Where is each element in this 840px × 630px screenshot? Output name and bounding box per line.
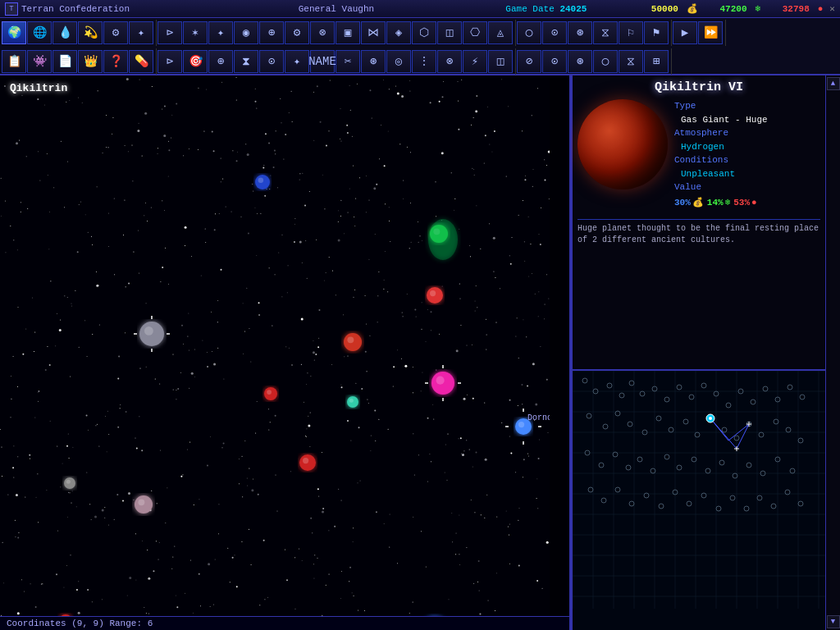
tb-btn-t6[interactable]: ⚑ [644, 21, 669, 44]
tb-btn-r4[interactable]: 👑 [78, 50, 103, 73]
minimap-dot[interactable] [677, 385, 682, 390]
minimap-dot[interactable] [607, 383, 612, 388]
minimap-dot[interactable] [800, 395, 805, 399]
tb-btn-gear[interactable]: ⚙ [103, 21, 128, 44]
tb-btn-v14[interactable]: ◫ [488, 50, 513, 73]
tb-btn-water[interactable]: 💧 [52, 21, 77, 44]
tb-btn-s5[interactable]: ⊕ [259, 21, 284, 44]
minimap-dot[interactable] [656, 416, 661, 421]
minimap-dot[interactable] [599, 463, 604, 468]
minimap-dot[interactable] [683, 419, 688, 424]
tb-btn-w5[interactable]: ⧖ [619, 50, 643, 73]
tb-btn-earth[interactable]: 🌍 [2, 21, 26, 44]
minimap-dot[interactable] [719, 460, 724, 465]
tb-btn-s2[interactable]: ✶ [183, 21, 208, 44]
tb-btn-sword[interactable]: ✦ [129, 21, 153, 44]
tb-btn-u1[interactable]: ▶ [673, 21, 697, 44]
tb-btn-v12[interactable]: ⊗ [437, 50, 462, 73]
minimap-dot[interactable] [716, 506, 721, 511]
tb-btn-w2[interactable]: ⊙ [542, 50, 567, 73]
tb-btn-v1[interactable]: ⊳ [158, 50, 182, 73]
minimap-dot[interactable] [726, 403, 731, 408]
minimap-dot[interactable] [763, 386, 768, 391]
minimap-dot[interactable] [687, 501, 692, 506]
minimap[interactable] [573, 371, 825, 630]
tb-btn-v7[interactable]: NAME [310, 50, 335, 73]
minimap-dot[interactable] [629, 381, 634, 386]
tb-btn-fire[interactable]: 💫 [78, 21, 103, 44]
minimap-dot[interactable] [582, 378, 587, 383]
minimap-dot[interactable] [659, 504, 664, 509]
minimap-dot[interactable] [619, 393, 624, 398]
tb-btn-r1[interactable]: 📋 [2, 50, 26, 73]
minimap-dot[interactable] [744, 506, 749, 511]
starmap[interactable]: Dornot Qikiltrin Coordinates (9, 9) Rang… [0, 75, 571, 630]
tb-btn-w4[interactable]: ◯ [593, 50, 618, 73]
tb-btn-t1[interactable]: ◯ [517, 21, 541, 44]
tb-btn-v10[interactable]: ◎ [386, 50, 411, 73]
tb-btn-w1[interactable]: ⊘ [517, 50, 541, 73]
tb-btn-s1[interactable]: ⊳ [158, 21, 182, 44]
tb-btn-s7[interactable]: ⊗ [310, 21, 335, 44]
minimap-dot[interactable] [705, 468, 710, 473]
tb-btn-s11[interactable]: ⬡ [412, 21, 436, 44]
minimap-dot[interactable] [751, 399, 756, 404]
tb-btn-v2[interactable]: 🎯 [183, 50, 208, 73]
tb-btn-w6[interactable]: ⊞ [644, 50, 669, 73]
minimap-dot[interactable] [677, 465, 682, 470]
tb-btn-s12[interactable]: ◫ [437, 21, 462, 44]
minimap-dot[interactable] [637, 457, 642, 462]
tb-btn-r3[interactable]: 📄 [52, 50, 77, 73]
tb-btn-w3[interactable]: ⊛ [568, 50, 592, 73]
minimap-dot[interactable] [757, 495, 762, 500]
tb-btn-s9[interactable]: ⋈ [361, 21, 386, 44]
tb-btn-v13[interactable]: ⚡ [463, 50, 487, 73]
tb-btn-v11[interactable]: ⋮ [412, 50, 436, 73]
tb-btn-r5[interactable]: ❓ [103, 50, 128, 73]
tb-btn-r6[interactable]: 💊 [129, 50, 153, 73]
minimap-dot[interactable] [771, 504, 776, 509]
minimap-dot[interactable] [798, 501, 803, 506]
tb-btn-u2[interactable]: ⏩ [698, 21, 723, 44]
tb-btn-s10[interactable]: ◈ [386, 21, 411, 44]
minimap-dot[interactable] [640, 391, 645, 396]
minimap-dot[interactable] [588, 487, 593, 492]
tb-btn-v5[interactable]: ⊙ [259, 50, 284, 73]
minimap-dot[interactable] [628, 422, 632, 427]
tb-btn-t4[interactable]: ⧖ [593, 21, 618, 44]
tb-btn-s6[interactable]: ⚙ [285, 21, 309, 44]
minimap-dot[interactable] [664, 454, 669, 459]
scroll-down-arrow[interactable]: ▼ [827, 615, 840, 628]
minimap-dot[interactable] [669, 427, 673, 432]
tb-btn-v9[interactable]: ⊛ [361, 50, 386, 73]
tb-btn-s8[interactable]: ▣ [336, 21, 360, 44]
minimap-dot[interactable] [722, 427, 727, 432]
close-icon[interactable]: ✕ [829, 3, 835, 14]
tb-btn-t2[interactable]: ⊙ [542, 21, 567, 44]
minimap-dot[interactable] [701, 383, 706, 388]
minimap-dot[interactable] [601, 498, 606, 503]
minimap-dot[interactable] [626, 465, 631, 470]
tb-btn-t5[interactable]: ⚐ [619, 21, 643, 44]
tb-btn-s13[interactable]: ⎔ [463, 21, 487, 44]
minimap-dot[interactable] [798, 438, 803, 443]
tb-btn-globe[interactable]: 🌐 [27, 21, 52, 44]
minimap-dot[interactable] [629, 501, 634, 506]
tb-btn-v4[interactable]: ⧗ [234, 50, 258, 73]
tb-btn-v6[interactable]: ✦ [285, 50, 309, 73]
minimap-dot[interactable] [730, 495, 735, 500]
minimap-dot[interactable] [759, 432, 764, 437]
minimap-dot[interactable] [790, 468, 795, 473]
minimap-dot[interactable] [664, 397, 669, 402]
tb-btn-v3[interactable]: ⊕ [208, 50, 233, 73]
minimap-dot[interactable] [615, 487, 620, 492]
minimap-dot[interactable] [788, 385, 792, 390]
tb-btn-s14[interactable]: ◬ [488, 21, 513, 44]
minimap-dot[interactable] [587, 413, 591, 418]
minimap-dot[interactable] [689, 395, 694, 399]
minimap-dot[interactable] [603, 424, 608, 429]
tb-btn-s3[interactable]: ✦ [208, 21, 233, 44]
minimap-dot[interactable] [746, 463, 751, 468]
tb-btn-t3[interactable]: ⊛ [568, 21, 592, 44]
tb-btn-s4[interactable]: ◉ [234, 21, 258, 44]
